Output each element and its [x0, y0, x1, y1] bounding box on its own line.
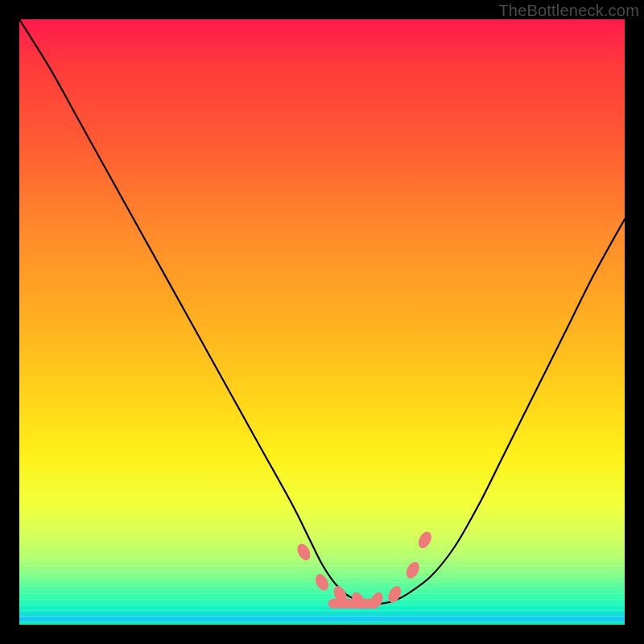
chart-background-gradient [19, 19, 625, 625]
chart-frame [19, 19, 625, 625]
watermark-text: TheBottleneck.com [498, 2, 639, 20]
